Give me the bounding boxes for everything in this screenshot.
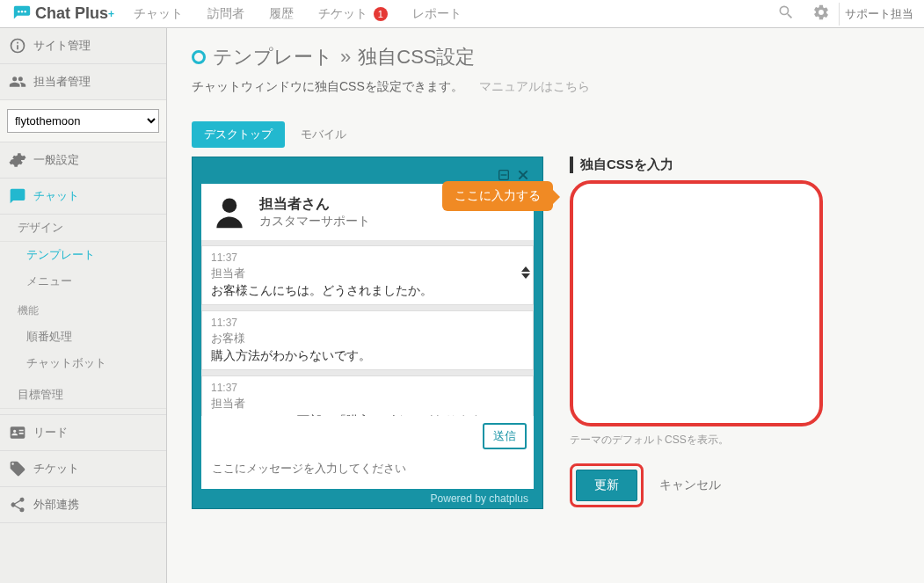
tab-desktop[interactable]: デスクトップ [192, 121, 285, 148]
css-textarea[interactable] [570, 180, 823, 426]
sidebar-staff-label: 担当者管理 [33, 74, 91, 90]
close-icon[interactable] [516, 168, 530, 182]
nav-chat[interactable]: チャット [121, 1, 195, 27]
app-logo: Chat Plus+ [5, 4, 121, 24]
chat-message: 11:37 お客様 購入方法がわからないです。 [201, 310, 534, 370]
css-panel: ここに入力する 独自CSSを入力 テーマのデフォルトCSSを表示。 更新 キャン… [570, 157, 899, 507]
svg-point-0 [18, 11, 19, 12]
gear-icon[interactable] [804, 0, 839, 27]
sidebar-menu[interactable]: メニュー [0, 268, 166, 295]
page-title: テンプレート » 独自CSS設定 [192, 44, 899, 70]
sidebar-ticket-label: チケット [33, 461, 79, 477]
css-section-title: 独自CSSを入力 [570, 157, 899, 173]
cogs-icon [9, 151, 26, 169]
agent-role: カスタマーサポート [259, 214, 370, 230]
sidebar-order[interactable]: 順番処理 [0, 324, 166, 350]
chat-bubble-icon [12, 4, 32, 24]
agent-name: 担当者さん [259, 195, 370, 214]
powered-by: Powered by chatplus [201, 489, 534, 505]
desc-text: チャットウィンドウに独自CSSを設定できます。 [192, 79, 463, 93]
sidebar-site-label: サイト管理 [33, 38, 91, 54]
breadcrumb-b: 独自CSS設定 [358, 44, 475, 70]
circle-icon [192, 50, 206, 64]
nav-report[interactable]: レポート [400, 1, 474, 27]
cancel-button[interactable]: キャンセル [659, 477, 721, 493]
sidebar-external[interactable]: 外部連携 [0, 487, 166, 523]
search-icon[interactable] [768, 0, 804, 27]
update-highlight: 更新 [570, 463, 644, 507]
feature-head: 機能 [0, 298, 166, 324]
chat-message: 11:37 担当者 カートページの下部に「購入」ボタンがあります。 [201, 375, 534, 416]
sidebar-template[interactable]: テンプレート [0, 242, 166, 268]
sidebar-chatbot[interactable]: チャットボット [0, 350, 166, 376]
chat-input-area: 送信 [201, 416, 534, 489]
sidebar-external-label: 外部連携 [33, 497, 79, 513]
svg-point-2 [24, 11, 25, 12]
users-icon [9, 73, 26, 91]
chat-message: 11:37 担当者 お客様こんにちは。どうされましたか。 [201, 245, 534, 305]
minimize-icon[interactable] [497, 168, 511, 182]
user-label[interactable]: サポート担当 [839, 3, 919, 26]
header-bar: Chat Plus+ チャット 訪問者 履歴 チケット 1 レポート サポート担… [0, 0, 924, 28]
site-select[interactable]: flytothemoon [7, 109, 159, 133]
nav-history[interactable]: 履歴 [257, 1, 306, 27]
svg-point-7 [222, 198, 237, 213]
breadcrumb-a[interactable]: テンプレート [213, 44, 333, 70]
globe-icon [9, 37, 26, 55]
tag-icon [9, 460, 26, 477]
site-select-row: flytothemoon [0, 100, 166, 142]
breadcrumb-sep: » [340, 46, 351, 69]
callout-bubble: ここに入力する [442, 181, 553, 211]
chat-input[interactable] [208, 455, 527, 482]
default-css-link[interactable]: テーマのデフォルトCSSを表示。 [570, 433, 899, 448]
page-desc: チャットウィンドウに独自CSSを設定できます。 マニュアルはこちら [192, 79, 899, 95]
sidebar-general-label: 一般設定 [33, 152, 79, 168]
sidebar: サイト管理 担当者管理 flytothemoon 一般設定 チャット デザイン … [0, 28, 167, 583]
logo-plus: + [108, 8, 114, 20]
share-icon [9, 496, 26, 514]
svg-point-1 [21, 11, 23, 12]
send-button[interactable]: 送信 [483, 423, 527, 449]
sidebar-lead[interactable]: リード [0, 415, 166, 451]
main-content: テンプレート » 独自CSS設定 チャットウィンドウに独自CSSを設定できます。… [167, 28, 924, 583]
avatar-icon [210, 193, 249, 231]
sidebar-lead-label: リード [33, 425, 68, 441]
update-button[interactable]: 更新 [576, 470, 637, 501]
sidebar-design[interactable]: デザイン [0, 215, 166, 242]
ticket-badge: 1 [374, 7, 388, 21]
comment-icon [9, 187, 26, 205]
id-card-icon [9, 424, 26, 441]
nav-ticket[interactable]: チケット 1 [306, 1, 400, 27]
tab-mobile[interactable]: モバイル [288, 121, 359, 148]
sidebar-chat-label: チャット [33, 188, 79, 204]
nav-visitor[interactable]: 訪問者 [195, 1, 257, 27]
sidebar-ticket[interactable]: チケット [0, 451, 166, 487]
sidebar-chat[interactable]: チャット [0, 179, 166, 215]
sidebar-site-mgmt[interactable]: サイト管理 [0, 28, 166, 64]
logo-text: Chat Plus [35, 4, 108, 23]
nav-ticket-label: チケット [318, 6, 367, 20]
sidebar-goal[interactable]: 目標管理 [0, 382, 166, 409]
manual-link[interactable]: マニュアルはこちら [479, 79, 590, 93]
device-tabs: デスクトップ モバイル [192, 121, 899, 148]
scroll-arrows[interactable] [521, 266, 530, 279]
sidebar-staff-mgmt[interactable]: 担当者管理 [0, 64, 166, 100]
sidebar-general[interactable]: 一般設定 [0, 142, 166, 179]
chat-body: 11:37 担当者 お客様こんにちは。どうされましたか。 11:37 お客様 購… [201, 240, 534, 416]
